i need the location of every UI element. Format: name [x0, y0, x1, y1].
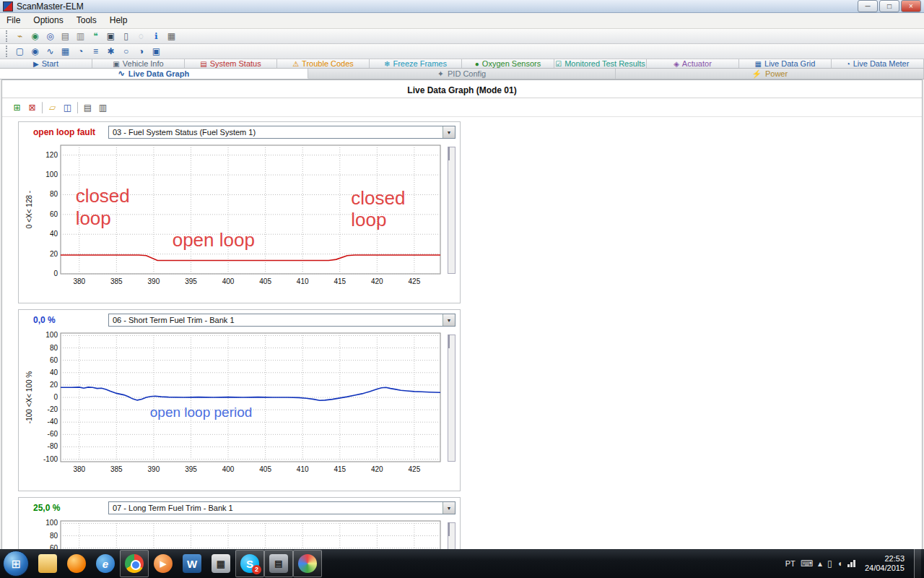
svg-text:open loop: open loop — [173, 229, 255, 251]
graph-icon[interactable]: ∿ — [43, 44, 58, 59]
web-icon[interactable]: ◉ — [27, 44, 43, 59]
keyboard-icon[interactable]: ⌨ — [801, 558, 813, 569]
open-icon[interactable]: ▱ — [45, 100, 60, 115]
monitor-icon[interactable]: ▢ — [12, 44, 27, 59]
language-icon[interactable]: ◎ — [43, 29, 58, 43]
tab[interactable]: ◔ Live Data Meter — [832, 59, 924, 68]
tab-label: Freeze Frames — [393, 59, 447, 68]
toolbar-grip[interactable] — [6, 46, 9, 57]
tab-icon: ⚡ — [751, 69, 762, 79]
tab[interactable]: ▣ Vehicle Info — [92, 59, 185, 68]
toolbar-grip[interactable] — [6, 30, 9, 42]
notes-icon[interactable]: ▤ — [58, 29, 73, 43]
menu-item[interactable]: Tools — [70, 13, 103, 28]
svg-text:0: 0 — [53, 393, 58, 401]
tab-label: Oxygen Sensors — [482, 59, 541, 68]
print-setup-icon[interactable]: ▥ — [95, 100, 110, 115]
chevron-down-icon[interactable]: ▼ — [443, 314, 455, 326]
terminal-icon[interactable]: ▣ — [103, 29, 118, 43]
chart-vertical-scrollbar[interactable] — [448, 335, 456, 462]
media-player-icon[interactable]: ▶ — [149, 550, 178, 577]
show-desktop-button[interactable] — [914, 549, 921, 578]
tab[interactable]: ▶ Start — [0, 59, 92, 68]
firefox-icon[interactable] — [62, 550, 91, 577]
power-icon[interactable]: ○ — [118, 44, 134, 59]
start-button[interactable]: ⊞ — [3, 551, 29, 577]
gauge-icon[interactable]: ◔ — [73, 44, 88, 59]
skype-icon[interactable]: S 2 — [235, 550, 264, 577]
sub-tab[interactable]: ✦ PID Config — [308, 69, 616, 79]
menu-item[interactable]: File — [0, 13, 27, 28]
pid-select[interactable]: 03 - Fuel System Status (Fuel System 1) … — [108, 126, 456, 139]
add-graph-icon[interactable]: ⊞ — [9, 100, 25, 115]
svg-text:40: 40 — [50, 230, 58, 238]
svg-text:80: 80 — [50, 532, 58, 540]
maximize-button[interactable]: □ — [879, 0, 899, 12]
info-icon[interactable]: ℹ — [149, 29, 164, 43]
tab[interactable]: ❄ Freeze Frames — [370, 59, 462, 68]
close-button[interactable]: × — [901, 0, 921, 12]
print-icon[interactable]: ▤ — [80, 100, 95, 115]
svg-text:405: 405 — [259, 465, 271, 473]
eeprom-chip-icon[interactable]: ▤ — [264, 550, 293, 577]
calculator-icon[interactable]: ▦ — [206, 550, 235, 577]
save-icon[interactable]: ◫ — [60, 100, 75, 115]
pid-select[interactable]: 07 - Long Term Fuel Trim - Bank 1 ▼ — [108, 501, 456, 514]
svg-text:80: 80 — [50, 190, 58, 198]
paint-icon[interactable] — [293, 550, 322, 577]
network-icon[interactable] — [847, 560, 855, 567]
taskbar-clock[interactable]: 22:53 24/04/2015 — [860, 554, 909, 573]
sub-tab[interactable]: ∿ Live Data Graph — [0, 69, 308, 79]
tab[interactable]: ☑ Monitored Test Results — [554, 59, 647, 68]
cd-icon[interactable]: ◌ — [134, 29, 149, 43]
tab[interactable]: ◈ Actuator — [647, 59, 739, 68]
pid-select[interactable]: 06 - Short Term Fuel Trim - Bank 1 ▼ — [108, 314, 456, 327]
volume-icon[interactable]: ◖ — [837, 558, 842, 569]
ie-icon[interactable]: e — [91, 550, 120, 577]
meter-icon[interactable]: ◑ — [134, 44, 149, 59]
menu-item[interactable]: Options — [27, 13, 69, 28]
svg-text:120: 120 — [45, 151, 58, 159]
chrome-icon[interactable] — [120, 550, 149, 577]
grid-icon[interactable]: ▦ — [58, 44, 73, 59]
sub-tab[interactable]: ⚡ Power — [616, 69, 924, 79]
tab[interactable]: ▤ System Status — [185, 59, 277, 68]
tab[interactable]: ▦ Live Data Grid — [739, 59, 832, 68]
svg-text:380: 380 — [73, 277, 85, 285]
globe-icon[interactable]: ◉ — [27, 29, 43, 43]
tab[interactable]: ● Oxygen Sensors — [462, 59, 554, 68]
tab-label: Monitored Test Results — [565, 59, 645, 68]
svg-text:410: 410 — [297, 465, 309, 473]
battery-icon[interactable]: ▯ — [827, 558, 832, 569]
toolbar-separator[interactable] — [77, 102, 78, 113]
copy-icon[interactable]: ▥ — [73, 29, 88, 43]
chip-icon[interactable]: ▦ — [164, 29, 179, 43]
explorer-icon[interactable] — [33, 550, 62, 577]
svg-text:-40: -40 — [48, 418, 58, 426]
svg-text:100: 100 — [45, 171, 58, 178]
chevron-down-icon[interactable]: ▼ — [443, 502, 455, 514]
minimize-button[interactable]: ─ — [858, 0, 878, 12]
svg-text:closed: closed — [76, 185, 130, 207]
hidden-icons-chevron-icon[interactable]: ▴ — [818, 558, 822, 569]
device-icon[interactable]: ▯ — [118, 29, 134, 43]
remove-graph-icon[interactable]: ⊠ — [25, 100, 40, 115]
connect-icon[interactable]: ⌁ — [12, 29, 27, 43]
tab[interactable]: ⚠ Trouble Codes — [277, 59, 370, 68]
svg-text:100: 100 — [45, 519, 58, 527]
tab-icon: ▶ — [33, 60, 39, 68]
word-icon[interactable]: W — [178, 550, 206, 577]
chevron-down-icon[interactable]: ▼ — [443, 126, 455, 138]
app-icon — [3, 1, 13, 12]
chart-vertical-scrollbar[interactable] — [448, 147, 456, 274]
menu-item[interactable]: Help — [103, 13, 134, 28]
tab-icon: ● — [475, 60, 479, 68]
svg-text:390: 390 — [148, 277, 160, 285]
toolbar-separator[interactable] — [42, 102, 43, 113]
list-icon[interactable]: ≡ — [88, 44, 103, 59]
language-indicator[interactable]: PT — [785, 559, 796, 568]
tab-icon: ☑ — [555, 60, 562, 68]
settings-icon[interactable]: ✱ — [103, 44, 118, 59]
chat-icon[interactable]: ❝ — [88, 29, 103, 43]
eeprom-icon[interactable]: ▣ — [149, 44, 164, 59]
